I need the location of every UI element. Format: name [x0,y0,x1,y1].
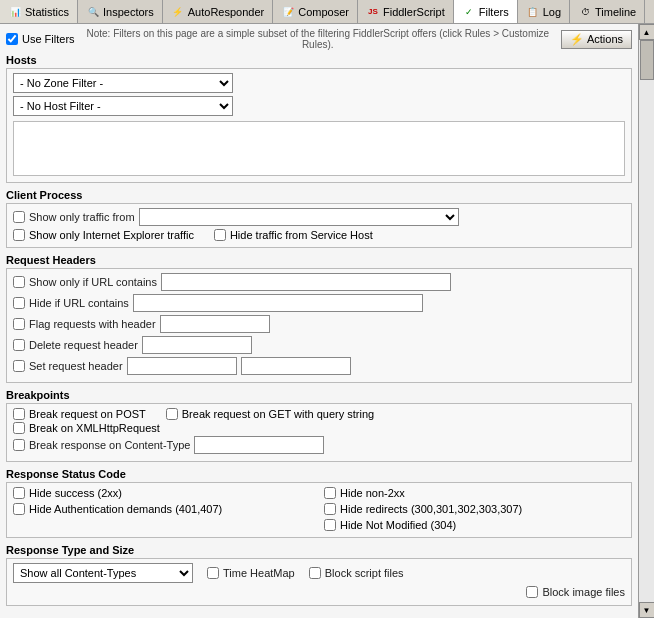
hide-auth-label: Hide Authentication demands (401,407) [29,503,222,515]
zone-filter-row: - No Zone Filter - Intranet Internet [13,73,625,93]
client-process-section: Client Process Show only traffic from Sh… [6,189,632,248]
time-heatmap-group: Time HeatMap [207,567,295,579]
tab-bar: 📊 Statistics 🔍 Inspectors ⚡ AutoResponde… [0,0,654,24]
status-checkboxes: Hide success (2xx) Hide non-2xx Hide Aut… [13,487,625,533]
scrollbar[interactable]: ▲ ▼ [638,24,654,618]
tab-fiddlerscript[interactable]: JS FiddlerScript [358,0,454,24]
actions-button[interactable]: ⚡ Actions [561,30,632,49]
scrollbar-down-btn[interactable]: ▼ [639,602,655,618]
composer-icon: 📝 [281,5,295,19]
note-text: Note: Filters on this page are a simple … [75,28,561,50]
block-images-checkbox[interactable] [526,586,538,598]
client-process-label: Client Process [6,189,632,201]
show-url-label: Show only if URL contains [29,276,157,288]
breakpoints-label: Breakpoints [6,389,632,401]
break-response-checkbox[interactable] [13,439,25,451]
block-images-label: Block image files [542,586,625,598]
response-status-section: Response Status Code Hide success (2xx) … [6,468,632,538]
tab-statistics[interactable]: 📊 Statistics [0,0,78,24]
scrollbar-up-btn[interactable]: ▲ [639,24,655,40]
hide-service-row: Hide traffic from Service Host [214,229,373,241]
flag-requests-input[interactable] [160,315,270,333]
set-header-input1[interactable] [127,357,237,375]
tab-filters[interactable]: ✓ Filters [454,0,518,24]
fiddlerscript-icon: JS [366,5,380,19]
hide-non2xx-row: Hide non-2xx [324,487,625,499]
hide-redirects-row: Hide redirects (300,301,302,303,307) [324,503,625,515]
show-ie-label: Show only Internet Explorer traffic [29,229,194,241]
show-traffic-checkbox[interactable] [13,211,25,223]
timeline-icon: ⏱ [578,5,592,19]
zone-filter-select[interactable]: - No Zone Filter - Intranet Internet [13,73,233,93]
hosts-section: Hosts - No Zone Filter - Intranet Intern… [6,54,632,183]
set-header-label: Set request header [29,360,123,372]
host-filter-select[interactable]: - No Host Filter - Show only Intranet Ho… [13,96,233,116]
inspectors-icon: 🔍 [86,5,100,19]
hide-service-checkbox[interactable] [214,229,226,241]
show-url-input[interactable] [161,273,451,291]
traffic-from-row: Show only traffic from [13,208,625,226]
break-post-checkbox[interactable] [13,408,25,420]
response-type-label: Response Type and Size [6,544,632,556]
request-headers-section: Request Headers Show only if URL contain… [6,254,632,383]
use-filters-checkbox[interactable] [6,33,18,45]
hosts-textarea[interactable] [13,121,625,176]
delete-header-checkbox[interactable] [13,339,25,351]
break-get-checkbox[interactable] [166,408,178,420]
traffic-from-select[interactable] [139,208,459,226]
hide-url-checkbox[interactable] [13,297,25,309]
hide-redirects-checkbox[interactable] [324,503,336,515]
hide-success-row: Hide success (2xx) [13,487,314,499]
show-ie-row: Show only Internet Explorer traffic [13,229,194,241]
hide-redirects-label: Hide redirects (300,301,302,303,307) [340,503,522,515]
time-heatmap-checkbox[interactable] [207,567,219,579]
show-url-row: Show only if URL contains [13,273,625,291]
tab-composer[interactable]: 📝 Composer [273,0,358,24]
content-type-select[interactable]: Show all Content-Types Hide CSS Hide Ima… [13,563,193,583]
autoresponder-icon: ⚡ [171,5,185,19]
block-images-group: Block image files [526,586,625,598]
hide-not-modified-checkbox[interactable] [324,519,336,531]
hide-service-label: Hide traffic from Service Host [230,229,373,241]
break-post-label: Break request on POST [29,408,146,420]
hide-auth-row: Hide Authentication demands (401,407) [13,503,314,515]
response-type-section: Response Type and Size Show all Content-… [6,544,632,606]
break-get-label: Break request on GET with query string [182,408,374,420]
response-status-label: Response Status Code [6,468,632,480]
hide-url-label: Hide if URL contains [29,297,129,309]
content-type-row: Show all Content-Types Hide CSS Hide Ima… [13,563,625,583]
delete-header-input[interactable] [142,336,252,354]
set-header-checkbox[interactable] [13,360,25,372]
log-icon: 📋 [526,5,540,19]
flag-requests-checkbox[interactable] [13,318,25,330]
tab-inspectors[interactable]: 🔍 Inspectors [78,0,163,24]
scrollbar-thumb[interactable] [640,40,654,80]
show-url-checkbox[interactable] [13,276,25,288]
tab-autoresponder[interactable]: ⚡ AutoResponder [163,0,273,24]
hide-url-row: Hide if URL contains [13,294,625,312]
block-images-row: Block image files [13,586,625,598]
break-response-label: Break response on Content-Type [29,439,190,451]
break-xml-row: Break on XMLHttpRequest [13,422,625,434]
set-header-row: Set request header [13,357,625,375]
break-get-row: Break request on GET with query string [166,408,374,420]
break-post-row: Break request on POST [13,408,146,420]
breakpoints-top: Break request on POST Break request on G… [13,408,625,422]
hide-non2xx-checkbox[interactable] [324,487,336,499]
hide-non2xx-label: Hide non-2xx [340,487,405,499]
hide-success-checkbox[interactable] [13,487,25,499]
tab-timeline[interactable]: ⏱ Timeline [570,0,645,24]
filters-icon: ✓ [462,5,476,19]
time-heatmap-label: Time HeatMap [223,567,295,579]
content-area: Use Filters Note: Filters on this page a… [0,24,638,618]
breakpoints-section: Breakpoints Break request on POST Break … [6,389,632,462]
show-ie-checkbox[interactable] [13,229,25,241]
block-script-checkbox[interactable] [309,567,321,579]
hide-url-input[interactable] [133,294,423,312]
break-xml-checkbox[interactable] [13,422,25,434]
break-response-input[interactable] [194,436,324,454]
hide-auth-checkbox[interactable] [13,503,25,515]
tab-log[interactable]: 📋 Log [518,0,570,24]
set-header-input2[interactable] [241,357,351,375]
statistics-icon: 📊 [8,5,22,19]
